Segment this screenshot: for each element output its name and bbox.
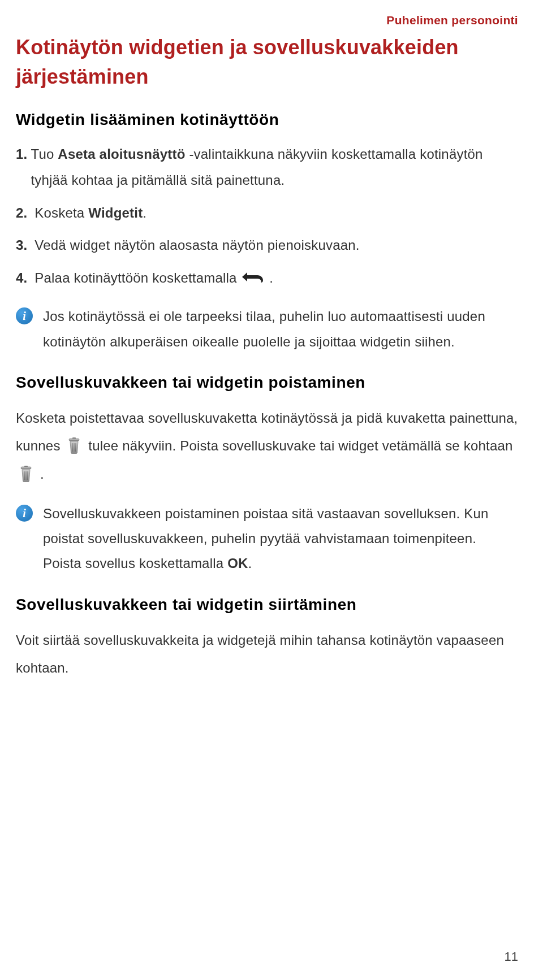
svg-rect-6 <box>21 467 31 469</box>
section-heading-add-widget: Widgetin lisääminen kotinäyttöön <box>16 111 518 129</box>
text: . <box>143 205 146 220</box>
svg-line-9 <box>28 471 28 480</box>
info-icon: i <box>16 307 33 324</box>
text: Kosketa <box>35 205 88 220</box>
list-number: 3. <box>16 237 27 253</box>
paragraph: Voit siirtää sovelluskuvakkeita ja widge… <box>16 626 518 682</box>
info-note: i Jos kotinäytössä ei ole tarpeeksi tila… <box>16 304 518 354</box>
list-number: 4. <box>16 270 27 285</box>
text: Palaa kotinäyttöön koskettamalla <box>35 270 240 285</box>
section-heading-remove: Sovelluskuvakkeen tai widgetin poistamin… <box>16 374 518 392</box>
trash-icon <box>19 465 33 482</box>
info-icon: i <box>16 505 33 522</box>
section-heading-move: Sovelluskuvakkeen tai widgetin siirtämin… <box>16 596 518 614</box>
text: . <box>248 556 252 571</box>
svg-line-4 <box>76 443 76 452</box>
svg-line-2 <box>72 443 73 452</box>
text: Sovelluskuvakkeen poistaminen poistaa si… <box>43 506 489 571</box>
svg-line-7 <box>24 471 25 480</box>
header-section-label: Puhelimen personointi <box>16 14 518 27</box>
list-number: 2. <box>16 205 27 220</box>
info-text: Sovelluskuvakkeen poistaminen poistaa si… <box>43 501 518 576</box>
page: Puhelimen personointi Kotinäytön widgeti… <box>0 0 543 980</box>
info-text: Jos kotinäytössä ei ole tarpeeksi tilaa,… <box>43 304 518 354</box>
bold-text: OK <box>227 556 248 571</box>
list-item: 2. Kosketa Widgetit. <box>16 200 518 226</box>
list-item: 1. Tuo Aseta aloitusnäyttö -valintaikkun… <box>16 141 518 193</box>
text: Vedä widget näytön alaosasta näytön pien… <box>35 237 359 253</box>
info-note: i Sovelluskuvakkeen poistaminen poistaa … <box>16 501 518 576</box>
list-text: Tuo Aseta aloitusnäyttö -valintaikkuna n… <box>31 141 518 193</box>
page-number: 11 <box>505 949 518 964</box>
list-item: 3. Vedä widget näytön alaosasta näytön p… <box>16 232 518 258</box>
list-number: 1. <box>16 141 27 193</box>
back-icon <box>240 270 265 284</box>
text: . <box>269 270 273 285</box>
text: . <box>40 466 44 482</box>
page-title: Kotinäytön widgetien ja sovelluskuvakkei… <box>16 33 518 92</box>
text: Tuo <box>31 146 58 162</box>
svg-rect-1 <box>69 439 79 441</box>
list-item: 4. Palaa kotinäyttöön koskettamalla . <box>16 265 518 291</box>
bold-text: Aseta aloitusnäyttö <box>58 146 185 162</box>
paragraph: Kosketa poistettavaa sovelluskuvaketta k… <box>16 404 518 488</box>
ordered-list: 1. Tuo Aseta aloitusnäyttö -valintaikkun… <box>16 141 518 290</box>
bold-text: Widgetit <box>88 205 143 220</box>
text: tulee näkyviin. Poista sovelluskuvake ta… <box>88 438 512 453</box>
trash-icon <box>67 437 81 454</box>
